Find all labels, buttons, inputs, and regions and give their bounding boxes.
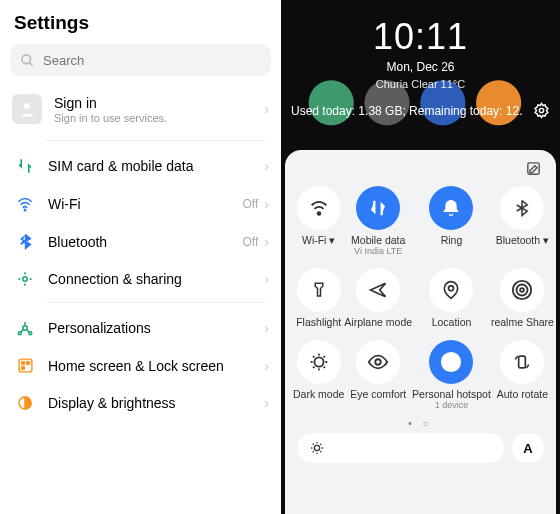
svg-rect-25 xyxy=(519,356,526,368)
tile-eye-comfort[interactable]: Eye comfort xyxy=(344,336,412,414)
sign-in-title: Sign in xyxy=(54,95,264,111)
chevron-right-icon: › xyxy=(264,271,269,287)
tile-flashlight[interactable]: Flashlight xyxy=(293,264,344,332)
row-display-brightness[interactable]: Display & brightness › xyxy=(10,384,271,422)
personalizations-icon xyxy=(12,319,38,337)
chevron-right-icon: › xyxy=(264,320,269,336)
wifi-icon xyxy=(297,186,341,230)
svg-point-17 xyxy=(521,288,525,292)
wifi-icon xyxy=(12,195,38,213)
tile-dark-mode[interactable]: Dark mode xyxy=(293,336,344,414)
tile-ring[interactable]: Ring xyxy=(412,182,491,260)
home-screen-icon xyxy=(12,357,38,374)
svg-point-24 xyxy=(442,353,460,371)
chevron-right-icon: › xyxy=(264,395,269,411)
row-label: Connection & sharing xyxy=(48,271,264,287)
tile-label: Airplane mode xyxy=(344,316,412,328)
row-bluetooth[interactable]: Bluetooth Off › xyxy=(10,223,271,260)
svg-point-13 xyxy=(539,108,543,112)
divider xyxy=(46,140,265,141)
tile-wifi[interactable]: Wi-Fi ▾ xyxy=(293,182,344,260)
tile-bluetooth[interactable]: Bluetooth ▾ xyxy=(491,182,554,260)
tile-label: realme Share xyxy=(491,316,554,328)
eye-icon xyxy=(356,340,400,384)
display-brightness-icon xyxy=(12,394,38,412)
tile-label: Ring xyxy=(441,234,463,246)
airplane-icon xyxy=(356,268,400,312)
gear-icon[interactable] xyxy=(533,102,550,119)
svg-point-18 xyxy=(517,285,528,296)
tile-airplane-mode[interactable]: Airplane mode xyxy=(344,264,412,332)
sign-in-row[interactable]: Sign in Sign in to use services. › xyxy=(10,86,271,136)
tile-label: Bluetooth ▾ xyxy=(496,234,549,246)
svg-line-1 xyxy=(29,62,32,65)
quick-settings-screen: 10:11 Mon, Dec 26 Churia Clear 11°C Used… xyxy=(281,0,560,514)
row-home-lock-screen[interactable]: Home screen & Lock screen › xyxy=(10,347,271,384)
mobile-data-icon xyxy=(356,186,400,230)
svg-rect-10 xyxy=(26,361,30,365)
svg-point-0 xyxy=(22,54,31,63)
share-icon xyxy=(500,268,544,312)
tile-sublabel: 1 device xyxy=(435,400,469,410)
edit-tiles-button[interactable] xyxy=(293,160,548,180)
row-value: Off xyxy=(243,235,259,249)
chevron-right-icon: › xyxy=(264,158,269,174)
row-label: Display & brightness xyxy=(48,395,264,411)
svg-point-21 xyxy=(375,359,381,365)
tile-sublabel: Vi India LTE xyxy=(354,246,402,256)
chevron-right-icon: › xyxy=(264,196,269,212)
clock-date: Mon, Dec 26 xyxy=(281,60,560,74)
row-label: Bluetooth xyxy=(48,234,243,250)
avatar xyxy=(12,94,42,124)
row-label: SIM card & mobile data xyxy=(48,158,264,174)
flashlight-icon xyxy=(297,268,341,312)
chevron-right-icon: › xyxy=(264,101,269,117)
chevron-right-icon: › xyxy=(264,234,269,250)
tile-realme-share[interactable]: realme Share xyxy=(491,264,554,332)
row-value: Off xyxy=(243,197,259,211)
tile-label: Eye comfort xyxy=(350,388,406,400)
quick-settings-panel: Wi-Fi ▾ Mobile data Vi India LTE Ring xyxy=(285,150,556,514)
tile-mobile-data[interactable]: Mobile data Vi India LTE xyxy=(344,182,412,260)
tile-location[interactable]: Location xyxy=(412,264,491,332)
tiles-grid: Wi-Fi ▾ Mobile data Vi India LTE Ring xyxy=(293,182,548,414)
brightness-icon xyxy=(309,440,325,456)
tile-label: Personal hotspot xyxy=(412,388,491,400)
tile-auto-rotate[interactable]: Auto rotate xyxy=(491,336,554,414)
svg-point-2 xyxy=(24,103,30,109)
hotspot-icon xyxy=(429,340,473,384)
brightness-row: A xyxy=(293,433,548,467)
data-usage-bar[interactable]: Used today: 1.38 GB; Remaining today: 12… xyxy=(281,96,560,125)
brightness-slider[interactable] xyxy=(297,433,504,463)
usage-text: Used today: 1.38 GB; Remaining today: 12… xyxy=(291,104,522,118)
bluetooth-icon xyxy=(500,186,544,230)
sim-data-icon xyxy=(12,157,38,175)
svg-rect-9 xyxy=(21,361,25,365)
chevron-right-icon: › xyxy=(264,358,269,374)
svg-rect-11 xyxy=(21,366,25,370)
auto-brightness-button[interactable]: A xyxy=(512,433,544,463)
clock-time: 10:11 xyxy=(281,16,560,58)
svg-point-15 xyxy=(317,212,320,215)
row-connection-sharing[interactable]: Connection & sharing › xyxy=(10,260,271,298)
tile-label: Flashlight xyxy=(296,316,341,328)
page-title: Settings xyxy=(14,12,271,34)
tile-label: Wi-Fi ▾ xyxy=(302,234,335,246)
page-indicator: • ○ xyxy=(293,418,548,429)
tile-label: Location xyxy=(432,316,472,328)
search-field[interactable] xyxy=(43,53,261,68)
tile-personal-hotspot[interactable]: Personal hotspot 1 device xyxy=(412,336,491,414)
svg-point-16 xyxy=(449,286,454,291)
row-wifi[interactable]: Wi-Fi Off › xyxy=(10,185,271,223)
svg-point-3 xyxy=(24,209,26,211)
row-label: Home screen & Lock screen xyxy=(48,358,264,374)
row-personalizations[interactable]: Personalizations › xyxy=(10,309,271,347)
weather-text: Churia Clear 11°C xyxy=(281,78,560,90)
bluetooth-icon xyxy=(12,233,38,250)
search-input[interactable] xyxy=(10,44,271,76)
tile-label: Auto rotate xyxy=(497,388,548,400)
sign-in-subtitle: Sign in to use services. xyxy=(54,112,264,124)
row-sim-card[interactable]: SIM card & mobile data › xyxy=(10,147,271,185)
dark-mode-icon xyxy=(297,340,341,384)
svg-point-20 xyxy=(314,357,323,366)
